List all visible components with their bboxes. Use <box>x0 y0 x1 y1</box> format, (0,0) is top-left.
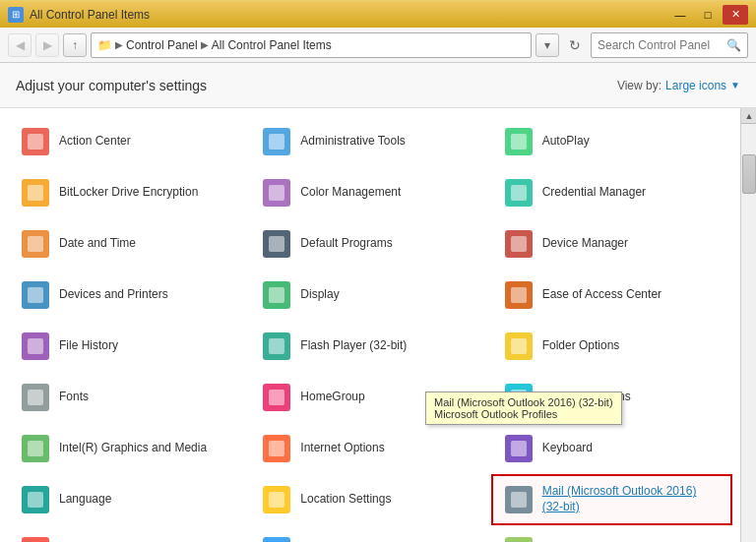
items-area: Action Center Administrative Tools AutoP… <box>0 108 756 542</box>
control-panel-item[interactable]: AutoPlay <box>491 116 732 167</box>
item-icon <box>20 382 51 413</box>
item-label: Default Programs <box>300 236 392 252</box>
search-icon: 🔍 <box>726 38 741 52</box>
control-panel-item[interactable]: Internet Options <box>249 423 490 474</box>
window-controls: — □ ✕ <box>667 5 748 25</box>
control-panel-item[interactable]: BitLocker Drive Encryption <box>8 167 249 218</box>
control-panel-item[interactable]: File History <box>8 321 249 372</box>
item-label: BitLocker Drive Encryption <box>59 185 198 201</box>
control-panel-item[interactable]: Fonts <box>8 372 249 423</box>
control-panel-item[interactable]: Folder Options <box>491 321 732 372</box>
item-icon-svg <box>261 331 292 362</box>
item-icon <box>503 433 535 464</box>
control-panel-item[interactable]: Date and Time <box>8 218 249 270</box>
scroll-up-button[interactable]: ▲ <box>741 108 756 124</box>
item-icon-svg <box>503 331 535 362</box>
search-input[interactable] <box>598 38 723 52</box>
item-label: Ease of Access Center <box>542 287 662 303</box>
view-options: View by: Large icons ▼ <box>617 79 740 92</box>
control-panel-item[interactable]: Keyboard <box>491 423 732 474</box>
item-icon-svg <box>503 535 535 542</box>
item-label: HomeGroup <box>300 390 364 405</box>
address-bar: ◀ ▶ ↑ 📁 ▶ Control Panel ▶ All Control Pa… <box>0 28 756 63</box>
control-panel-item[interactable]: Administrative Tools <box>249 116 490 167</box>
item-label: Keyboard <box>542 441 593 456</box>
control-panel-item[interactable]: Flash Player (32-bit) <box>249 321 490 372</box>
page-title: Adjust your computer's settings <box>16 78 207 93</box>
item-icon <box>503 331 535 362</box>
item-icon <box>503 126 535 157</box>
window-title: All Control Panel Items <box>30 8 150 22</box>
item-icon <box>261 382 292 413</box>
view-dropdown-arrow-icon[interactable]: ▼ <box>730 80 740 90</box>
svg-rect-41 <box>511 441 527 456</box>
main-wrapper: Adjust your computer's settings View by:… <box>0 63 756 542</box>
item-label: Devices and Printers <box>59 287 168 303</box>
control-panel-item[interactable]: Action Center <box>8 116 249 167</box>
tooltip-line1: Mail (Microsoft Outlook 2016) (32-bit) <box>434 396 613 408</box>
item-icon <box>261 484 292 515</box>
control-panel-item[interactable]: Display <box>249 270 490 321</box>
item-icon-svg <box>20 331 51 362</box>
control-panel-item[interactable]: Intel(R) Graphics and Media <box>8 423 249 474</box>
up-button[interactable]: ↑ <box>63 33 87 57</box>
tooltip: Mail (Microsoft Outlook 2016) (32-bit) M… <box>425 391 622 425</box>
search-box[interactable]: 🔍 <box>591 32 748 58</box>
control-panel-item[interactable]: Device Manager <box>491 218 732 270</box>
refresh-button[interactable]: ↻ <box>563 33 587 57</box>
control-panel-item[interactable]: Ease of Access Center <box>491 270 732 321</box>
address-dropdown[interactable]: ▾ <box>536 33 559 57</box>
item-icon-svg <box>261 382 292 413</box>
titlebar-left: ⊞ All Control Panel Items <box>8 7 150 23</box>
item-label: Location Settings <box>300 492 391 508</box>
item-label: File History <box>59 338 118 354</box>
minimize-button[interactable]: — <box>667 5 693 25</box>
item-icon-svg <box>20 126 51 157</box>
item-icon-svg <box>261 279 292 311</box>
svg-rect-7 <box>28 185 43 201</box>
item-label: AutoPlay <box>542 134 590 150</box>
svg-rect-5 <box>511 134 527 150</box>
item-icon-svg <box>261 535 292 542</box>
control-panel-item[interactable]: Network and Sharing Center <box>249 525 490 542</box>
path-icon: 📁 <box>97 38 112 52</box>
item-icon-svg <box>20 228 51 260</box>
scrollbar[interactable]: ▲ ▼ <box>740 108 756 542</box>
header-bar: Adjust your computer's settings View by:… <box>0 63 756 108</box>
address-path[interactable]: 📁 ▶ Control Panel ▶ All Control Panel It… <box>91 32 532 58</box>
item-label: Fonts <box>59 390 89 405</box>
item-icon-svg <box>20 484 51 515</box>
maximize-button[interactable]: □ <box>695 5 721 25</box>
item-icon <box>503 535 535 542</box>
svg-rect-19 <box>28 287 43 303</box>
svg-rect-29 <box>511 338 527 354</box>
item-label: Intel(R) Graphics and Media <box>59 441 207 456</box>
forward-button[interactable]: ▶ <box>35 33 59 57</box>
control-panel-item[interactable]: Devices and Printers <box>8 270 249 321</box>
control-panel-item[interactable]: Default Programs <box>249 218 490 270</box>
view-by-dropdown[interactable]: Large icons <box>665 79 726 92</box>
item-icon <box>261 535 292 542</box>
item-icon <box>20 484 51 515</box>
control-panel-item[interactable]: Mouse <box>8 525 249 542</box>
svg-rect-11 <box>511 185 527 201</box>
item-label: Credential Manager <box>542 185 646 201</box>
tooltip-line2: Microsoft Outlook Profiles <box>434 408 613 420</box>
control-panel-item[interactable]: Language <box>8 474 249 525</box>
app-icon: ⊞ <box>8 7 24 23</box>
control-panel-item[interactable]: Notification... <box>491 525 732 542</box>
item-label: Color Management <box>300 185 401 201</box>
control-panel-item[interactable]: Mail (Microsoft Outlook 2016) (32-bit) <box>491 474 732 525</box>
control-panel-item[interactable]: Credential Manager <box>491 167 732 218</box>
item-icon-svg <box>261 484 292 515</box>
svg-rect-25 <box>28 338 43 354</box>
item-icon-svg <box>261 126 292 157</box>
back-button[interactable]: ◀ <box>8 33 32 57</box>
svg-rect-1 <box>28 134 43 150</box>
item-icon <box>20 279 51 311</box>
svg-rect-21 <box>269 287 284 303</box>
close-button[interactable]: ✕ <box>723 5 748 25</box>
scroll-thumb[interactable] <box>742 154 756 194</box>
control-panel-item[interactable]: Location Settings <box>249 474 490 525</box>
control-panel-item[interactable]: Color Management <box>249 167 490 218</box>
